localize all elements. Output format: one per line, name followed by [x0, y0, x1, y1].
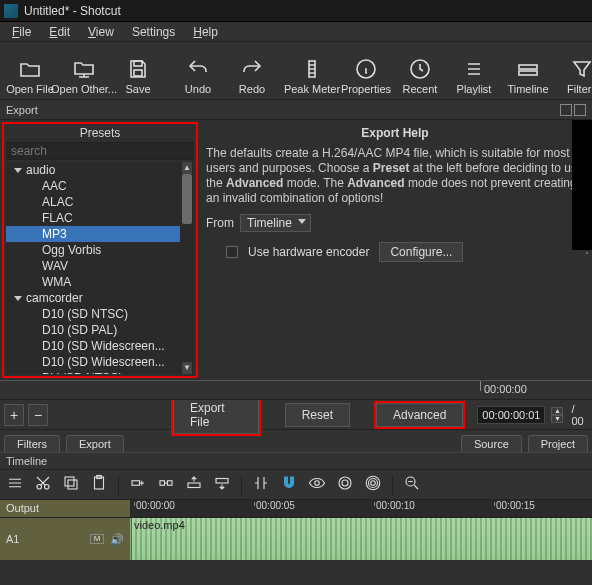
- scroll-down-arrow[interactable]: ▼: [182, 362, 192, 374]
- menu-edit[interactable]: Edit: [41, 23, 78, 41]
- window-title: Untitled* - Shotcut: [24, 4, 121, 18]
- preset-item[interactable]: FLAC: [6, 210, 180, 226]
- svg-point-18: [315, 481, 320, 486]
- scrub-button[interactable]: [308, 474, 326, 495]
- timeline-panel-header: Timeline: [0, 452, 592, 470]
- peak-meter-label: Peak Meter: [284, 83, 340, 95]
- zoom-out-button[interactable]: [403, 474, 421, 495]
- menu-view[interactable]: View: [80, 23, 122, 41]
- preset-item[interactable]: D10 (SD Widescreen...: [6, 354, 180, 370]
- preset-item[interactable]: D10 (SD NTSC): [6, 306, 180, 322]
- open-other-button[interactable]: Open Other...: [60, 45, 108, 97]
- menu-file[interactable]: File: [4, 23, 39, 41]
- scroll-thumb[interactable]: [182, 174, 192, 224]
- undo-button[interactable]: Undo: [174, 45, 222, 97]
- preset-category[interactable]: audio: [6, 162, 180, 178]
- timeline-menu-button[interactable]: [6, 474, 24, 495]
- preset-item[interactable]: WAV: [6, 258, 180, 274]
- output-track-header[interactable]: Output: [0, 500, 130, 517]
- tab-source[interactable]: Source: [461, 435, 522, 452]
- from-value: Timeline: [247, 216, 292, 230]
- tab-project[interactable]: Project: [528, 435, 588, 452]
- redo-icon: [240, 57, 264, 81]
- append-button[interactable]: [129, 474, 147, 495]
- ripple-button[interactable]: [336, 474, 354, 495]
- clip-label: video.mp4: [134, 519, 185, 531]
- preset-item[interactable]: WMA: [6, 274, 180, 290]
- playlist-label: Playlist: [457, 83, 492, 95]
- recent-button[interactable]: Recent: [396, 45, 444, 97]
- remove-preset-button[interactable]: −: [28, 404, 48, 426]
- preset-item[interactable]: MP3: [6, 226, 180, 242]
- track-header[interactable]: A1 M 🔊: [0, 518, 130, 560]
- dock-controls[interactable]: [560, 104, 586, 116]
- ruler-mark: 00:00:10: [376, 500, 415, 511]
- configure-button[interactable]: Configure...: [379, 242, 463, 262]
- speaker-icon[interactable]: 🔊: [110, 533, 124, 546]
- tab-export[interactable]: Export: [66, 435, 124, 452]
- preview-ruler-start: 00:00:00: [484, 383, 527, 395]
- export-help-text: The defaults create a H.264/AAC MP4 file…: [206, 146, 584, 206]
- advanced-button[interactable]: Advanced: [376, 403, 463, 427]
- preset-tree[interactable]: audioAACALACFLACMP3Ogg VorbisWAVWMAcamco…: [6, 162, 194, 374]
- preset-item[interactable]: Ogg Vorbis: [6, 242, 180, 258]
- timeline-clip[interactable]: video.mp4: [130, 518, 592, 560]
- open-file-label: Open File: [6, 83, 54, 95]
- hw-encoder-checkbox[interactable]: [226, 246, 238, 258]
- snap-button[interactable]: [280, 474, 298, 495]
- preset-item[interactable]: DV (SD NTSC): [6, 370, 180, 374]
- reset-button[interactable]: Reset: [285, 403, 350, 427]
- export-file-button[interactable]: Export File: [173, 396, 259, 434]
- paste-button[interactable]: [90, 474, 108, 495]
- lift-button[interactable]: [185, 474, 203, 495]
- preset-scrollbar[interactable]: ▲ ▼: [180, 162, 194, 374]
- scroll-up-arrow[interactable]: ▲: [182, 162, 192, 174]
- mute-button[interactable]: M: [90, 534, 104, 544]
- preset-item[interactable]: ALAC: [6, 194, 180, 210]
- tab-filters[interactable]: Filters: [4, 435, 60, 452]
- preset-item[interactable]: AAC: [6, 178, 180, 194]
- timeline-ruler[interactable]: Output 00:00:0000:00:0500:00:1000:00:15: [0, 500, 592, 518]
- preview-timecode[interactable]: 00:00:00:01: [477, 406, 545, 424]
- ripple-all-button[interactable]: [364, 474, 382, 495]
- menu-settings[interactable]: Settings: [124, 23, 183, 41]
- split-button[interactable]: [252, 474, 270, 495]
- peak-meter-button[interactable]: Peak Meter: [288, 45, 336, 97]
- app-icon: [4, 4, 18, 18]
- properties-button[interactable]: Properties: [342, 45, 390, 97]
- svg-point-19: [342, 480, 348, 486]
- main-toolbar: Open File Open Other... Save Undo Redo P…: [0, 42, 592, 100]
- menu-help[interactable]: Help: [185, 23, 226, 41]
- preview-monitor: [572, 120, 592, 250]
- preset-item[interactable]: D10 (SD Widescreen...: [6, 338, 180, 354]
- preset-search-input[interactable]: [6, 142, 194, 160]
- timecode-stepper[interactable]: ▲▼: [551, 407, 563, 423]
- save-label: Save: [125, 83, 150, 95]
- export-panel-label: Export: [6, 104, 38, 116]
- redo-button[interactable]: Redo: [228, 45, 276, 97]
- add-preset-button[interactable]: +: [4, 404, 24, 426]
- timeline-button[interactable]: Timeline: [504, 45, 552, 97]
- ruler-mark: 00:00:00: [136, 500, 175, 511]
- preset-item[interactable]: D10 (SD PAL): [6, 322, 180, 338]
- svg-rect-10: [65, 477, 74, 486]
- svg-rect-5: [519, 65, 537, 69]
- playhead[interactable]: [131, 518, 132, 560]
- from-label: From: [206, 216, 234, 230]
- clock-icon: [408, 57, 432, 81]
- filters-button[interactable]: Filters: [558, 45, 592, 97]
- titlebar: Untitled* - Shotcut: [0, 0, 592, 22]
- save-icon: [126, 57, 150, 81]
- ripple-delete-button[interactable]: [157, 474, 175, 495]
- preset-category[interactable]: camcorder: [6, 290, 180, 306]
- export-help-title: Export Help: [206, 126, 584, 140]
- playlist-button[interactable]: Playlist: [450, 45, 498, 97]
- from-combo[interactable]: Timeline: [240, 214, 311, 232]
- open-file-button[interactable]: Open File: [6, 45, 54, 97]
- cut-button[interactable]: [34, 474, 52, 495]
- export-panel-body: Presets audioAACALACFLACMP3Ogg VorbisWAV…: [0, 120, 592, 380]
- save-button[interactable]: Save: [114, 45, 162, 97]
- copy-button[interactable]: [62, 474, 80, 495]
- overwrite-button[interactable]: [213, 474, 231, 495]
- peak-meter-icon: [300, 57, 324, 81]
